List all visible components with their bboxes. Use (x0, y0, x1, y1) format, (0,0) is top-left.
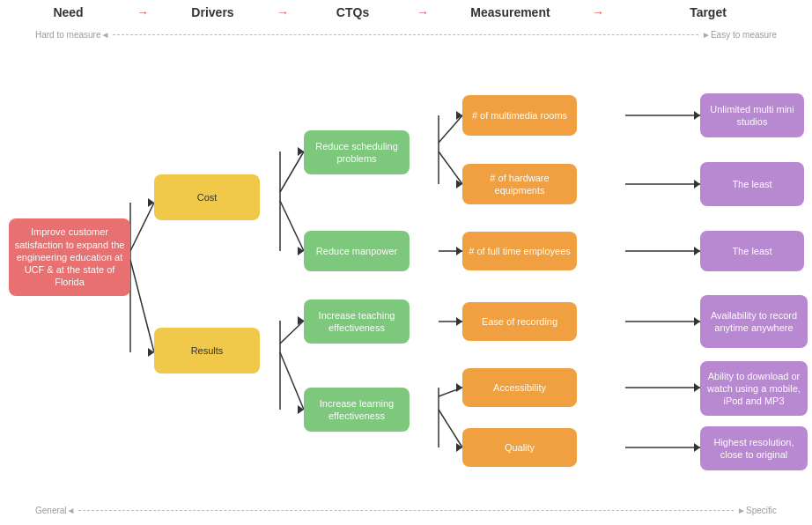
svg-line-6 (280, 321, 304, 344)
node-ctq1: Reduce scheduling problems (304, 130, 410, 174)
svg-marker-35 (694, 111, 700, 120)
node-meas4: Ease of recording (462, 302, 577, 341)
svg-marker-33 (456, 383, 462, 392)
arrow2: → (277, 5, 289, 19)
node-target3: The least (700, 231, 804, 271)
header-measurement: Measurement (429, 5, 592, 19)
svg-marker-40 (694, 443, 700, 452)
svg-line-14 (439, 388, 462, 396)
svg-marker-32 (456, 317, 462, 326)
node-target2: The least (700, 162, 804, 206)
node-cost: Cost (154, 174, 260, 220)
node-meas5: Accessibility (462, 368, 577, 407)
node-meas6: Quality (462, 428, 577, 467)
header-need: Need (0, 5, 137, 19)
svg-marker-25 (298, 147, 304, 156)
node-results: Results (154, 328, 260, 373)
svg-marker-24 (148, 348, 154, 357)
node-meas3: # of full time employees (462, 232, 577, 270)
arrow1: → (137, 5, 149, 19)
svg-marker-26 (298, 247, 304, 255)
svg-marker-39 (694, 383, 700, 392)
svg-line-0 (130, 203, 154, 251)
svg-marker-27 (298, 316, 304, 325)
node-meas1: # of multimedia rooms (462, 95, 577, 136)
svg-line-4 (280, 201, 304, 251)
svg-marker-29 (456, 111, 462, 120)
svg-marker-31 (456, 247, 462, 255)
bottom-bar: General ◄ ► Specific (0, 502, 812, 518)
svg-marker-30 (456, 180, 462, 189)
svg-line-3 (280, 152, 304, 192)
node-target5: Ability to download or watch using a mob… (700, 361, 808, 416)
svg-line-15 (439, 410, 462, 447)
specific-label: Specific (746, 506, 777, 515)
node-target1: Unlimited multi mini studios (700, 93, 804, 137)
easy-to-measure: Easy to measure (711, 30, 777, 40)
header-drivers: Drivers (149, 5, 277, 19)
arrow3: → (417, 5, 429, 19)
svg-marker-37 (694, 247, 700, 255)
measure-bar: Hard to measure ◄ ► Easy to measure (0, 26, 812, 42)
svg-marker-34 (456, 443, 462, 452)
svg-marker-28 (298, 405, 304, 414)
header-target: Target (604, 5, 812, 19)
node-meas2: # of hardware equipments (462, 164, 577, 204)
svg-marker-38 (694, 317, 700, 326)
diagram-container: Need → Drivers → CTQs → Measurement → Ta… (0, 0, 812, 525)
svg-line-10 (439, 152, 462, 184)
node-need: Improve customer satisfaction to expand … (9, 218, 130, 296)
svg-marker-36 (694, 180, 700, 189)
svg-line-1 (130, 260, 154, 352)
general-label: General (35, 506, 67, 515)
header-ctqs: CTQs (289, 5, 417, 19)
hard-to-measure: Hard to measure (35, 30, 100, 40)
svg-line-7 (280, 352, 304, 410)
arrow4: → (592, 5, 604, 19)
node-target4: Availability to record anytime anywhere (700, 295, 808, 348)
node-ctq3: Increase teaching effectiveness (304, 299, 410, 344)
node-ctq2: Reduce manpower (304, 231, 410, 271)
node-ctq4: Increase learning effectiveness (304, 388, 410, 432)
node-target6: Highest resolution, close to original (700, 426, 808, 470)
svg-marker-23 (148, 198, 154, 207)
svg-line-9 (439, 115, 462, 143)
